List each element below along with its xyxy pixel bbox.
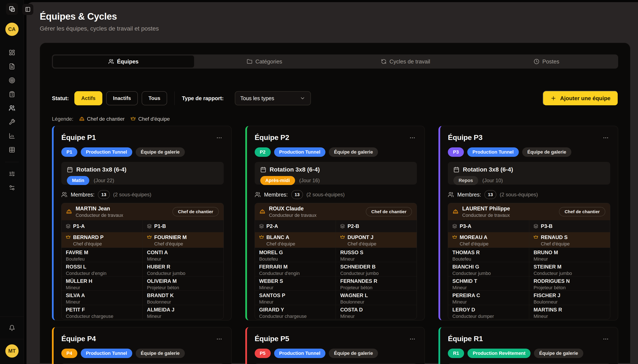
- plus-icon: [550, 95, 556, 101]
- avatar-bottom[interactable]: MT: [5, 344, 18, 358]
- member-role: Boulonneur: [147, 299, 219, 305]
- rotation-label: Rotation 3x8 (6-4): [463, 166, 513, 173]
- tab-postes[interactable]: Postes: [476, 56, 617, 68]
- sidebar-item-teams[interactable]: [7, 104, 17, 113]
- filter-tous-button[interactable]: Tous: [142, 91, 167, 105]
- subteams-note: (2 sous-équipes): [113, 192, 152, 198]
- rotation-box: Rotation 3x8 (6-4) Après-midi (Jour 16): [255, 162, 417, 184]
- subteam-name: P1-B: [154, 223, 166, 229]
- team-id-badge: P4: [61, 348, 77, 358]
- shift-badge: Après-midi: [260, 176, 295, 185]
- subteam-name: P3-A: [460, 223, 471, 229]
- sidebar-nav: [5, 48, 19, 192]
- sidebar-divider: [5, 162, 19, 162]
- member-role: Mineur: [340, 314, 412, 319]
- member-cell: BIANCHI G Conducteur jumbo: [448, 262, 529, 276]
- member-name: RENAUD S: [541, 234, 568, 240]
- team-menu-button[interactable]: [408, 334, 417, 344]
- member-cell: FAVRE M Boutefeu: [62, 248, 142, 262]
- rotation-box: [61, 363, 224, 364]
- member-row: WEBER S Mineur FERNANDES R Projeteur bét…: [255, 276, 417, 290]
- sidebar-toggle-button[interactable]: [22, 4, 33, 15]
- member-row: PETIT F Conducteur chargeuse ALMEIDA J M…: [62, 305, 224, 319]
- ellipsis-icon: [602, 134, 609, 141]
- notifications-button[interactable]: [7, 323, 17, 332]
- tab-cycles-de-travail[interactable]: Cycles de travail: [335, 56, 476, 68]
- member-row: SANTOS P Mineur WAGNER L Boulonneur: [255, 290, 417, 305]
- member-cell: STEINER M Conducteur jumbo: [529, 262, 610, 276]
- subteam-header: P1-A: [62, 220, 142, 232]
- member-row: BIANCHI G Conducteur jumbo STEINER M Con…: [448, 262, 610, 276]
- settings-icon: [9, 184, 15, 191]
- chief-row: ROUX Claude Conducteur de travaux Chef d…: [255, 203, 417, 220]
- sidebar-item-tables[interactable]: [7, 145, 17, 154]
- team-lead-cell: FOURNIER M Chef d'équipe: [142, 232, 224, 248]
- member-role: Chef d'équipe: [460, 241, 525, 247]
- sidebar-item-dashboard[interactable]: [7, 48, 17, 57]
- member-role: Mineur: [66, 299, 138, 305]
- member-name: HUBER R: [147, 264, 219, 270]
- subteam-header: P1-B: [142, 220, 224, 232]
- app-logo[interactable]: [6, 3, 18, 15]
- subteam-header-row: P2-A P2-B: [255, 220, 417, 232]
- sidebar-item-targets[interactable]: [7, 76, 17, 85]
- member-role: Mineur: [259, 285, 332, 290]
- team-card: Équipe R1 R1 Production Revêtement Équip…: [438, 327, 618, 364]
- team-id-badge: P1: [61, 148, 77, 157]
- member-row: FERRARI M Conducteur d'engin SCHNEIDER B…: [255, 262, 417, 276]
- tab-categories[interactable]: Catégories: [194, 56, 335, 68]
- tab-equipes[interactable]: Équipes: [53, 56, 194, 68]
- sidebar-item-equipment[interactable]: [7, 117, 17, 127]
- member-name: FAVRE M: [66, 250, 138, 256]
- filter-actifs-button[interactable]: Actifs: [74, 91, 102, 105]
- layers-icon: [534, 224, 538, 228]
- team-menu-button[interactable]: [601, 133, 610, 142]
- members-table: LAURENT Philippe Conducteur de travaux C…: [448, 203, 610, 319]
- member-role: Projeteur béton: [340, 285, 412, 290]
- subteam-header: P3-A: [448, 220, 529, 232]
- team-menu-button[interactable]: [408, 133, 417, 142]
- members-label: Membres:: [457, 192, 481, 198]
- layers-icon: [259, 224, 264, 228]
- member-name: MOREAU A: [460, 234, 487, 240]
- team-menu-button[interactable]: [601, 334, 610, 344]
- member-row: GIRARD Y Conducteur chargeuse COSTA D Mi…: [255, 305, 417, 319]
- team-badges: P4 Production Tunnel Équipe de galerie: [61, 348, 224, 358]
- team-type-badge: Équipe de galerie: [522, 148, 571, 157]
- member-cell: PEREIRA C Mineur: [448, 291, 529, 305]
- team-card: Équipe P4 P4 Production Tunnel Équipe de…: [52, 327, 232, 364]
- ellipsis-icon: [409, 134, 416, 141]
- report-type-select[interactable]: Tous les types: [235, 91, 311, 105]
- rotation-box: [448, 363, 610, 364]
- member-cell: MÜLLER H Mineur: [62, 276, 142, 290]
- member-cell: GIRARD Y Conducteur chargeuse: [255, 305, 336, 319]
- rotation-label: Rotation 3x8 (6-4): [270, 166, 320, 173]
- crown-icon: [147, 235, 152, 240]
- sidebar-item-tasks[interactable]: [7, 90, 17, 99]
- chief-name: ROUX Claude: [269, 206, 317, 212]
- sidebar-item-documents[interactable]: [7, 62, 17, 71]
- team-lead-cell: DUPONT J Chef d'équipe: [336, 232, 417, 248]
- sidebar-item-reports[interactable]: [7, 131, 17, 140]
- member-role: Chef d'équipe: [541, 241, 606, 247]
- member-role: Mineur: [534, 256, 606, 262]
- team-menu-button[interactable]: [215, 334, 224, 344]
- add-team-button[interactable]: Ajouter une équipe: [543, 91, 618, 106]
- member-role: Projeteur béton: [147, 285, 219, 290]
- target-icon: [9, 77, 15, 84]
- status-label: Statut:: [52, 95, 69, 102]
- member-cell: SCHNEIDER B Conducteur jumbo: [336, 262, 417, 276]
- folder-icon: [247, 59, 252, 64]
- hard-hat-icon: [453, 209, 458, 214]
- avatar-top[interactable]: CA: [5, 23, 18, 36]
- member-role: Boutefeu: [66, 256, 138, 262]
- users-icon: [448, 192, 454, 198]
- member-role: Mineur: [452, 285, 525, 290]
- sidebar-item-preferences[interactable]: [7, 169, 17, 178]
- subteam-header: P3-B: [529, 220, 610, 232]
- chief-row: MARTIN Jean Conducteur de travaux Chef d…: [62, 203, 224, 220]
- team-menu-button[interactable]: [215, 133, 224, 142]
- hard-hat-icon: [66, 209, 72, 214]
- sidebar-item-settings[interactable]: [7, 183, 17, 192]
- filter-inactifs-button[interactable]: Inactifs: [106, 91, 138, 105]
